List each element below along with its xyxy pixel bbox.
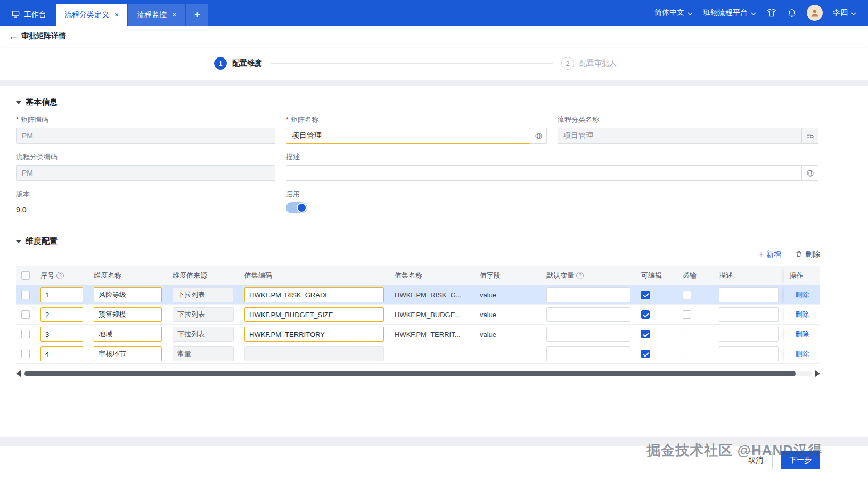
row-checkbox[interactable] [21, 330, 30, 338]
user-menu[interactable]: 李四 [833, 8, 856, 18]
field-label: 版本 [16, 189, 30, 199]
matrix-code-input [16, 128, 275, 144]
default-variable-input[interactable] [546, 346, 630, 361]
scrollbar-track[interactable] [24, 371, 812, 376]
lov-select-icon[interactable] [801, 128, 818, 144]
value-set-code-input[interactable] [244, 307, 384, 322]
row-checkbox[interactable] [21, 310, 30, 319]
row-description-input[interactable] [719, 287, 779, 302]
description-input[interactable] [286, 165, 802, 181]
enabled-toggle[interactable] [286, 202, 307, 213]
row-checkbox[interactable] [21, 350, 30, 358]
add-label: 新增 [766, 250, 781, 259]
footer-buttons: 取消 下一步 [13, 451, 820, 469]
delete-row-link[interactable]: 删除 [795, 330, 809, 338]
value-set-code-input[interactable] [244, 327, 384, 342]
tab-workbench[interactable]: 工作台 [3, 4, 55, 26]
add-row-button[interactable]: + 新增 [759, 250, 781, 259]
column-header-code: 值集编码 [244, 271, 272, 279]
table-row[interactable]: 下拉列表 HWKF.PM_BUDGE... value 删除 [16, 305, 820, 325]
editable-checkbox[interactable] [641, 330, 650, 338]
column-header-source: 维度值来源 [173, 271, 207, 279]
required-checkbox[interactable] [683, 350, 691, 358]
scroll-right-arrow-icon[interactable] [815, 370, 820, 377]
value-field-text: value [480, 291, 496, 299]
tab-process-category-definition[interactable]: 流程分类定义 × [56, 4, 127, 26]
section-title: 基本信息 [26, 97, 58, 107]
select-all-checkbox[interactable] [21, 271, 30, 280]
tab-process-monitor[interactable]: 流程监控 × [128, 4, 185, 26]
next-step-button[interactable]: 下一步 [781, 451, 820, 469]
help-icon[interactable]: ? [56, 272, 64, 279]
intl-globe-icon[interactable] [801, 165, 818, 181]
required-checkbox[interactable] [683, 291, 691, 299]
row-description-input[interactable] [719, 327, 779, 342]
close-icon[interactable]: × [172, 11, 176, 19]
field-matrix-code: *矩阵编码 [16, 115, 275, 144]
delete-row-link[interactable]: 删除 [795, 350, 809, 358]
row-checkbox[interactable] [21, 291, 30, 299]
field-label: 矩阵编码 [21, 115, 48, 125]
column-header-seq: 序号 [40, 271, 54, 280]
platform-select[interactable]: 班翎流程平台 [703, 8, 756, 18]
bell-icon[interactable] [787, 8, 797, 18]
section-title: 维度配置 [26, 236, 58, 246]
required-checkbox[interactable] [683, 310, 691, 319]
value-set-code-input[interactable] [244, 287, 384, 302]
editable-checkbox[interactable] [641, 310, 650, 319]
row-description-input[interactable] [719, 346, 779, 361]
chevron-down-icon [687, 9, 693, 17]
trash-icon [795, 250, 803, 259]
cancel-button[interactable]: 取消 [739, 451, 773, 469]
intl-globe-icon[interactable] [530, 128, 547, 144]
scroll-left-arrow-icon[interactable] [16, 370, 21, 377]
table-row[interactable]: 下拉列表 HWKF.PM_TERRIT... value 删除 [16, 325, 820, 344]
value-field-text: value [480, 311, 496, 319]
back-button[interactable]: ← [9, 31, 18, 41]
step-number: 2 [561, 57, 574, 70]
avatar[interactable] [807, 5, 823, 21]
value-set-name-text: HWKF.PM_BUDGE... [395, 311, 469, 319]
dimension-name-input[interactable] [94, 307, 162, 322]
market-icon[interactable] [766, 8, 777, 18]
dimension-name-input[interactable] [94, 327, 162, 342]
delete-row-link[interactable]: 删除 [795, 310, 809, 318]
step-configure-approvers[interactable]: 2 配置审批人 [561, 57, 617, 70]
collapse-caret-icon [16, 240, 21, 243]
editable-checkbox[interactable] [641, 291, 650, 299]
dimension-name-input[interactable] [94, 346, 162, 361]
table-row[interactable]: 常量 删除 [16, 344, 820, 364]
value-set-name-text: HWKF.PM_RISK_G... [395, 291, 469, 299]
field-category-code: 流程分类编码 [16, 152, 275, 181]
required-checkbox[interactable] [683, 330, 691, 338]
basic-info-section-header[interactable]: 基本信息 [16, 97, 820, 107]
delete-row-link[interactable]: 删除 [795, 291, 809, 299]
default-variable-input[interactable] [546, 307, 630, 322]
seq-input[interactable] [40, 287, 83, 302]
seq-input[interactable] [40, 307, 83, 322]
field-category-name: 流程分类名称 [558, 115, 818, 144]
tab-label: 流程监控 [137, 10, 167, 20]
matrix-name-input[interactable] [286, 128, 530, 144]
top-bar-right: 简体中文 班翎流程平台 李四 [654, 0, 868, 26]
add-tab-button[interactable]: + [186, 4, 208, 26]
row-description-input[interactable] [719, 307, 779, 322]
table-row[interactable]: 下拉列表 HWKF.PM_RISK_G... value 删除 [16, 285, 820, 305]
dimension-name-input[interactable] [94, 287, 162, 302]
scrollbar-thumb[interactable] [24, 371, 796, 376]
editable-checkbox[interactable] [641, 350, 650, 358]
plus-icon: + [194, 9, 200, 21]
seq-input[interactable] [40, 327, 83, 342]
step-configure-dimensions[interactable]: 1 配置维度 [214, 57, 262, 70]
seq-input[interactable] [40, 346, 83, 361]
close-icon[interactable]: × [114, 11, 119, 19]
delete-rows-button[interactable]: 删除 [795, 250, 820, 259]
default-variable-input[interactable] [546, 287, 630, 302]
help-icon[interactable]: ? [576, 272, 584, 279]
horizontal-scrollbar [16, 370, 820, 377]
default-variable-input[interactable] [546, 327, 630, 342]
dimension-section-header[interactable]: 维度配置 [16, 236, 820, 246]
language-select[interactable]: 简体中文 [654, 8, 693, 18]
basic-info-form: *矩阵编码 *矩阵名称 流程分类名称 [16, 115, 820, 222]
value-set-code-input[interactable] [244, 346, 384, 361]
